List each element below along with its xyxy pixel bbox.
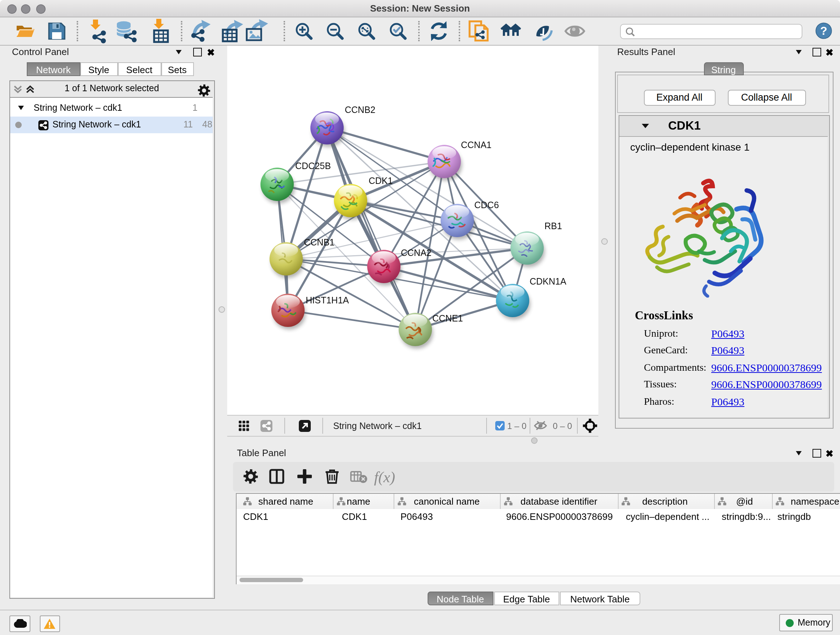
svg-text:CCNB2: CCNB2 <box>344 104 375 114</box>
svg-text:1 – 0: 1 – 0 <box>507 421 526 431</box>
svg-text:HIST1H1A: HIST1H1A <box>305 295 349 305</box>
svg-text:0 – 0: 0 – 0 <box>553 421 572 431</box>
svg-text:CCNA2: CCNA2 <box>401 247 431 257</box>
svg-text:CCNE1: CCNE1 <box>432 313 463 323</box>
svg-text:CCNA1: CCNA1 <box>461 139 491 149</box>
svg-text:RB1: RB1 <box>544 220 562 231</box>
svg-text:f(x): f(x) <box>374 469 395 486</box>
svg-text:?: ? <box>820 24 827 37</box>
svg-text:CCNB1: CCNB1 <box>303 237 334 247</box>
svg-text:String Network – cdk1: String Network – cdk1 <box>333 420 422 431</box>
svg-text:CDC25B: CDC25B <box>295 160 331 171</box>
svg-text:CDK1: CDK1 <box>368 175 393 185</box>
svg-text:CDKN1A: CDKN1A <box>529 276 566 286</box>
svg-text:CDC6: CDC6 <box>474 200 499 210</box>
